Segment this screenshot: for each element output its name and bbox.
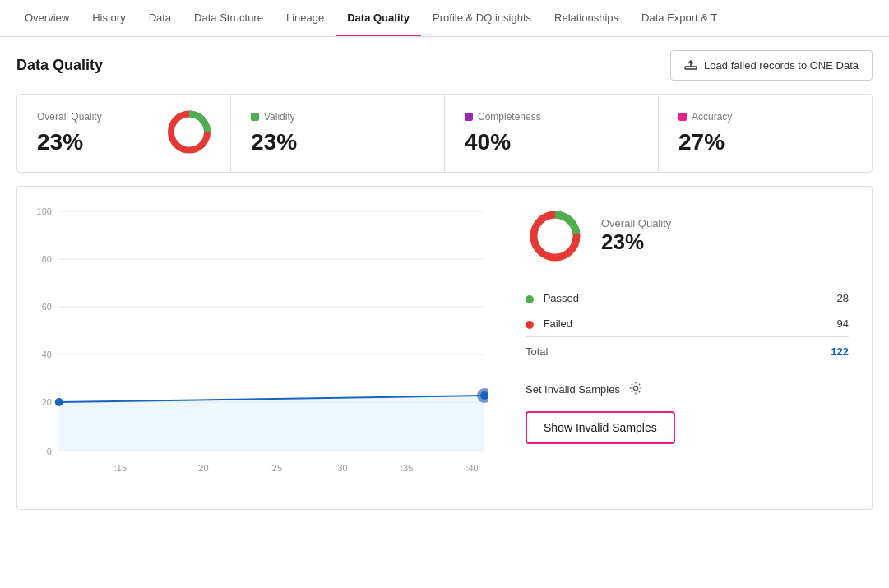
metric-completeness-value: 40% bbox=[465, 129, 638, 155]
svg-point-28 bbox=[633, 386, 637, 390]
passed-dot bbox=[526, 295, 534, 303]
svg-point-19 bbox=[480, 391, 488, 400]
passed-row: Passed 28 bbox=[526, 285, 849, 311]
accuracy-dot bbox=[678, 113, 687, 121]
svg-text:100: 100 bbox=[37, 206, 52, 216]
page-title: Data Quality bbox=[16, 57, 103, 74]
svg-text::15: :15 bbox=[114, 463, 127, 473]
nav-data-export[interactable]: Data Export & T bbox=[630, 0, 729, 37]
passed-value: 28 bbox=[768, 285, 849, 311]
line-chart: 100 80 60 40 20 0 bbox=[30, 200, 488, 496]
svg-text::20: :20 bbox=[196, 463, 208, 473]
gear-icon[interactable] bbox=[628, 381, 643, 398]
metric-completeness: Completeness 40% bbox=[445, 95, 659, 172]
stats-table: Passed 28 Failed 94 Total 122 bbox=[526, 285, 849, 364]
metric-accuracy-label: Accuracy bbox=[678, 111, 852, 123]
failed-dot bbox=[526, 321, 534, 329]
metric-accuracy-value: 27% bbox=[678, 129, 852, 155]
metric-accuracy: Accuracy 27% bbox=[659, 95, 872, 172]
navigation: Overview History Data Data Structure Lin… bbox=[0, 0, 889, 37]
chart-area: 100 80 60 40 20 0 bbox=[30, 200, 488, 496]
svg-text::30: :30 bbox=[335, 463, 347, 473]
failed-label: Failed bbox=[526, 311, 768, 337]
completeness-dot bbox=[465, 113, 473, 121]
metric-overall-quality: Overall Quality 23% bbox=[17, 95, 231, 172]
quality-value: 23% bbox=[601, 229, 671, 255]
metric-completeness-label: Completeness bbox=[465, 111, 638, 123]
nav-data[interactable]: Data bbox=[137, 0, 183, 37]
right-panel: Overall Quality 23% Passed 28 bbox=[502, 187, 872, 509]
passed-label: Passed bbox=[526, 285, 768, 311]
quality-label: Overall Quality bbox=[601, 217, 671, 229]
load-button-label: Load failed records to ONE Data bbox=[704, 59, 859, 72]
nav-profile-dq[interactable]: Profile & DQ insights bbox=[421, 0, 543, 37]
svg-text::40: :40 bbox=[466, 463, 479, 473]
failed-value: 94 bbox=[768, 311, 849, 337]
svg-text::25: :25 bbox=[270, 463, 282, 473]
svg-text:0: 0 bbox=[47, 447, 52, 456]
main-content: 100 80 60 40 20 0 bbox=[16, 186, 873, 510]
metric-validity-label: Validity bbox=[251, 111, 424, 123]
svg-text:60: 60 bbox=[42, 302, 52, 312]
svg-marker-16 bbox=[59, 396, 484, 451]
quality-donut-large bbox=[526, 206, 585, 266]
total-row: Total 122 bbox=[526, 337, 849, 365]
quality-header: Overall Quality 23% bbox=[526, 206, 849, 266]
nav-history[interactable]: History bbox=[81, 0, 137, 37]
total-value: 122 bbox=[768, 337, 849, 365]
svg-rect-0 bbox=[685, 67, 697, 69]
total-label: Total bbox=[526, 337, 768, 365]
upload-icon bbox=[684, 58, 697, 73]
metrics-row: Overall Quality 23% Validity 23% Complet… bbox=[16, 94, 873, 173]
set-invalid-row: Set Invalid Samples bbox=[526, 381, 849, 398]
overall-quality-donut-wrapper bbox=[164, 108, 214, 160]
quality-info: Overall Quality 23% bbox=[601, 217, 671, 255]
failed-row: Failed 94 bbox=[526, 311, 849, 337]
svg-text:20: 20 bbox=[42, 397, 52, 407]
nav-overview[interactable]: Overview bbox=[13, 0, 81, 37]
nav-data-structure[interactable]: Data Structure bbox=[183, 0, 275, 37]
chart-section: 100 80 60 40 20 0 bbox=[17, 187, 502, 509]
set-invalid-label: Set Invalid Samples bbox=[526, 383, 620, 396]
page-header: Data Quality Load failed records to ONE … bbox=[0, 37, 889, 94]
validity-dot bbox=[251, 113, 259, 121]
svg-text:40: 40 bbox=[42, 350, 52, 359]
overall-quality-donut-small bbox=[164, 108, 214, 157]
load-failed-records-button[interactable]: Load failed records to ONE Data bbox=[670, 50, 873, 81]
metric-validity-value: 23% bbox=[251, 129, 424, 155]
nav-relationships[interactable]: Relationships bbox=[543, 0, 630, 37]
svg-text:80: 80 bbox=[42, 254, 52, 264]
show-invalid-samples-button[interactable]: Show Invalid Samples bbox=[526, 411, 675, 444]
svg-text::35: :35 bbox=[401, 463, 413, 473]
metric-validity: Validity 23% bbox=[231, 95, 445, 172]
svg-point-17 bbox=[55, 398, 63, 406]
nav-lineage[interactable]: Lineage bbox=[275, 0, 336, 37]
nav-data-quality[interactable]: Data Quality bbox=[336, 0, 421, 37]
